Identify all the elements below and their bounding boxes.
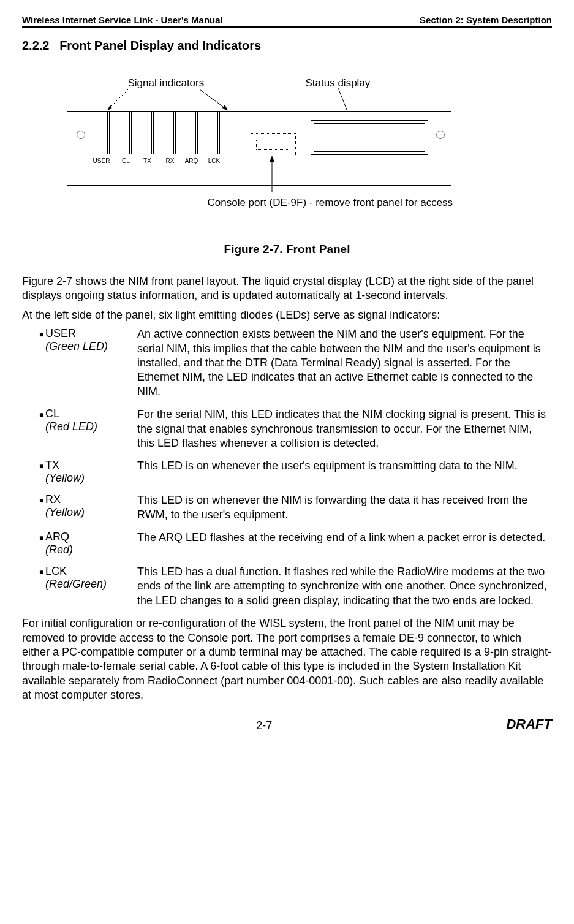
screw-right-icon [436, 131, 445, 139]
led-term: USER (Green LED) [45, 327, 137, 399]
led-term: CL (Red LED) [45, 407, 137, 450]
list-item: ■ LCK (Red/Green) This LED has a dual fu… [22, 565, 552, 608]
list-item: ■ ARQ (Red) The ARQ LED flashes at the r… [22, 531, 552, 556]
led-description: This LED is on whenever the NIM is forwa… [137, 493, 552, 522]
paragraph-2: At the left side of the panel, six light… [22, 308, 552, 322]
led-description-list: ■ USER (Green LED) An active connection … [22, 327, 552, 608]
led-term: RX (Yellow) [45, 493, 137, 522]
led-label-lck: LCK [204, 157, 225, 164]
led-description: The ARQ LED flashes at the receiving end… [137, 531, 552, 556]
status-display-label: Status display [306, 77, 371, 89]
led-name-text: CL [45, 407, 137, 420]
led-name-text: LCK [45, 565, 137, 578]
section-title: Front Panel Display and Indicators [59, 39, 261, 52]
front-panel-figure: Signal indicators Status display USER CL… [55, 77, 520, 237]
led-description: This LED is on whenever the user's equip… [137, 459, 552, 485]
led-label-rx: RX [160, 157, 181, 164]
led-label-arq: ARQ [181, 157, 202, 164]
lcd-display-outline [311, 120, 428, 155]
lcd-display-inner [314, 123, 425, 152]
led-slot [173, 111, 176, 154]
led-description: For the serial NIM, this LED indicates t… [137, 407, 552, 450]
led-color-text: (Yellow) [45, 506, 85, 518]
led-label-tx: TX [137, 157, 158, 164]
arrow-signal-left-icon [104, 88, 134, 113]
led-color-text: (Red/Green) [45, 578, 107, 590]
bullet-icon: ■ [22, 327, 45, 399]
led-name-text: RX [45, 493, 137, 506]
bullet-icon: ■ [22, 493, 45, 522]
led-slot [217, 111, 220, 154]
led-color-text: (Yellow) [45, 472, 85, 484]
led-color-text: (Red) [45, 543, 73, 556]
console-port-label: Console port (DE-9F) - remove front pane… [208, 197, 453, 209]
led-slot [107, 111, 110, 154]
led-label-cl: CL [116, 157, 137, 164]
header-rule [22, 26, 552, 28]
list-item: ■ USER (Green LED) An active connection … [22, 327, 552, 399]
section-number: 2.2.2 [22, 39, 49, 52]
led-color-text: (Green LED) [45, 340, 108, 352]
led-label-user: USER [91, 157, 112, 164]
header-left: Wireless Internet Service Link - User's … [22, 15, 223, 25]
led-slot [129, 111, 132, 154]
bullet-icon: ■ [22, 531, 45, 556]
page-footer: 2-7 DRAFT [22, 716, 552, 732]
arrow-console-icon [263, 156, 281, 199]
svg-marker-7 [270, 156, 274, 162]
paragraph-1: Figure 2-7 shows the NIM front panel lay… [22, 275, 552, 303]
led-description: An active connection exists between the … [137, 327, 552, 399]
led-slot [151, 111, 154, 154]
console-port-outline [251, 133, 296, 156]
led-term: ARQ (Red) [45, 531, 137, 556]
header-right: Section 2: System Description [420, 15, 552, 25]
signal-indicators-label: Signal indicators [128, 77, 205, 89]
led-color-text: (Red LED) [45, 420, 97, 433]
list-item: ■ RX (Yellow) This LED is on whenever th… [22, 493, 552, 522]
paragraph-3: For initial configuration or re-configur… [22, 616, 552, 702]
led-name-text: TX [45, 459, 137, 472]
svg-marker-3 [222, 105, 228, 110]
list-item: ■ CL (Red LED) For the serial NIM, this … [22, 407, 552, 450]
console-port-inner [256, 140, 290, 150]
led-term: LCK (Red/Green) [45, 565, 137, 608]
bullet-icon: ■ [22, 565, 45, 608]
arrow-signal-right-icon [198, 88, 235, 113]
draft-watermark: DRAFT [506, 716, 552, 732]
svg-marker-1 [107, 105, 112, 110]
screw-left-icon [77, 131, 85, 139]
page-header: Wireless Internet Service Link - User's … [22, 15, 552, 25]
bullet-icon: ■ [22, 407, 45, 450]
figure-caption: Figure 2-7. Front Panel [22, 243, 552, 256]
bullet-icon: ■ [22, 459, 45, 485]
section-heading: 2.2.2 Front Panel Display and Indicators [22, 39, 552, 53]
page-number: 2-7 [256, 719, 272, 732]
led-term: TX (Yellow) [45, 459, 137, 485]
led-description: This LED has a dual function. It flashes… [137, 565, 552, 608]
led-name-text: USER [45, 327, 137, 340]
led-slot [195, 111, 198, 154]
list-item: ■ TX (Yellow) This LED is on whenever th… [22, 459, 552, 485]
led-name-text: ARQ [45, 531, 137, 543]
